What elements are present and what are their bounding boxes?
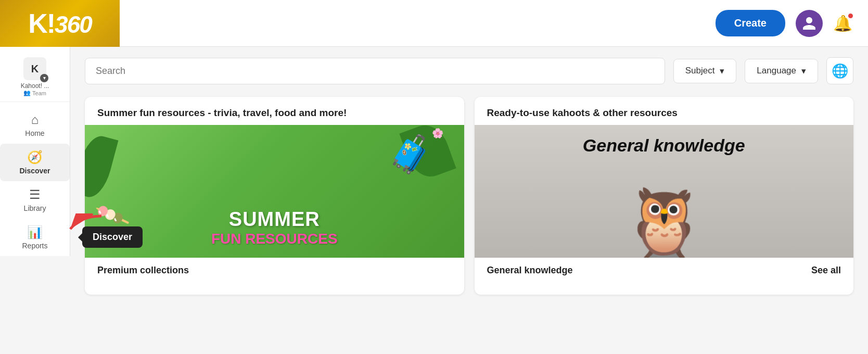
suitcase-icon: 🧳 bbox=[388, 133, 433, 175]
cards-row: Summer fun resources - trivia, travel, f… bbox=[85, 97, 853, 295]
language-filter[interactable]: Language ▾ bbox=[745, 59, 818, 83]
notification-bell[interactable]: 🔔 bbox=[833, 14, 852, 32]
subject-label: Subject bbox=[685, 66, 715, 76]
app-body: K ▾ Kahoot! ... 👥 Team ⌂ Home 🧭 Discover bbox=[0, 47, 868, 354]
leaf-decoration-left bbox=[85, 132, 119, 200]
notification-dot bbox=[847, 12, 854, 19]
summer-card-footer: Premium collections bbox=[85, 258, 464, 283]
summer-footer-label: Premium collections bbox=[97, 265, 189, 276]
nav-label-discover: Discover bbox=[19, 167, 50, 175]
logo-k: K bbox=[28, 8, 47, 39]
compass-icon: 🧭 bbox=[27, 150, 43, 165]
workspace-item[interactable]: K ▾ Kahoot! ... 👥 Team bbox=[0, 52, 70, 102]
workspace-name: Kahoot! ... bbox=[21, 82, 49, 90]
chevron-down-icon: ▾ bbox=[720, 66, 724, 77]
summer-title: SUMMER bbox=[85, 208, 464, 231]
nav-label-reports: Reports bbox=[22, 242, 47, 250]
discover-tooltip: Discover bbox=[82, 226, 143, 248]
home-icon: ⌂ bbox=[31, 112, 39, 127]
owl-icon: 🦉 bbox=[622, 184, 706, 258]
gk-card-footer: General knowledge See all bbox=[475, 258, 854, 283]
logo[interactable]: K!360 bbox=[0, 0, 120, 47]
sidebar-item-discover[interactable]: 🧭 Discover bbox=[0, 144, 70, 181]
main-content: Subject ▾ Language ▾ 🌐 Summer fun resour… bbox=[70, 47, 868, 354]
header-right: Create 🔔 bbox=[716, 10, 852, 37]
gk-card-header: Ready-to-use kahoots & other resources bbox=[475, 97, 854, 125]
workspace-avatar: K ▾ bbox=[23, 57, 46, 80]
general-knowledge-card[interactable]: Ready-to-use kahoots & other resources G… bbox=[475, 97, 854, 295]
team-icon: 👥 bbox=[23, 90, 31, 96]
see-all-link[interactable]: See all bbox=[811, 265, 841, 276]
sidebar: K ▾ Kahoot! ... 👥 Team ⌂ Home 🧭 Discover bbox=[0, 47, 70, 256]
app-header: K!360 Create 🔔 bbox=[0, 0, 868, 47]
library-icon: ☰ bbox=[29, 187, 41, 202]
subject-filter[interactable]: Subject ▾ bbox=[673, 59, 737, 83]
sidebar-item-library[interactable]: ☰ Library bbox=[0, 181, 70, 219]
chevron-down-icon: ▾ bbox=[801, 66, 806, 77]
sidebar-item-home[interactable]: ⌂ Home bbox=[0, 106, 70, 144]
reports-icon: 📊 bbox=[27, 225, 43, 239]
gk-card-image: General knowledge 🦉 bbox=[475, 125, 854, 258]
create-button[interactable]: Create bbox=[716, 10, 785, 36]
workspace-initial: K bbox=[31, 63, 39, 75]
team-label: Team bbox=[32, 90, 46, 96]
chevron-down-icon: ▾ bbox=[40, 74, 48, 82]
gk-overlay-title: General knowledge bbox=[475, 135, 854, 156]
flower-icon: 🌸 bbox=[432, 128, 443, 139]
globe-icon: 🌐 bbox=[832, 63, 848, 79]
logo-text: K!360 bbox=[28, 8, 92, 39]
summer-card-header: Summer fun resources - trivia, travel, f… bbox=[85, 97, 464, 125]
search-box[interactable] bbox=[85, 58, 665, 84]
search-input[interactable] bbox=[96, 66, 654, 77]
user-icon bbox=[801, 16, 817, 31]
summer-card[interactable]: Summer fun resources - trivia, travel, f… bbox=[85, 97, 464, 295]
globe-button[interactable]: 🌐 bbox=[826, 57, 853, 84]
workspace-team: 👥 Team bbox=[23, 90, 46, 96]
language-label: Language bbox=[757, 66, 796, 76]
nav-label-library: Library bbox=[24, 204, 46, 212]
logo-exclaim: ! bbox=[47, 8, 55, 39]
gk-footer-label: General knowledge bbox=[487, 265, 573, 276]
sidebar-item-reports[interactable]: 📊 Reports bbox=[0, 219, 70, 256]
search-row: Subject ▾ Language ▾ 🌐 bbox=[85, 57, 853, 84]
nav-label-home: Home bbox=[25, 129, 44, 137]
avatar[interactable] bbox=[796, 10, 823, 37]
logo-360: 360 bbox=[55, 11, 92, 38]
